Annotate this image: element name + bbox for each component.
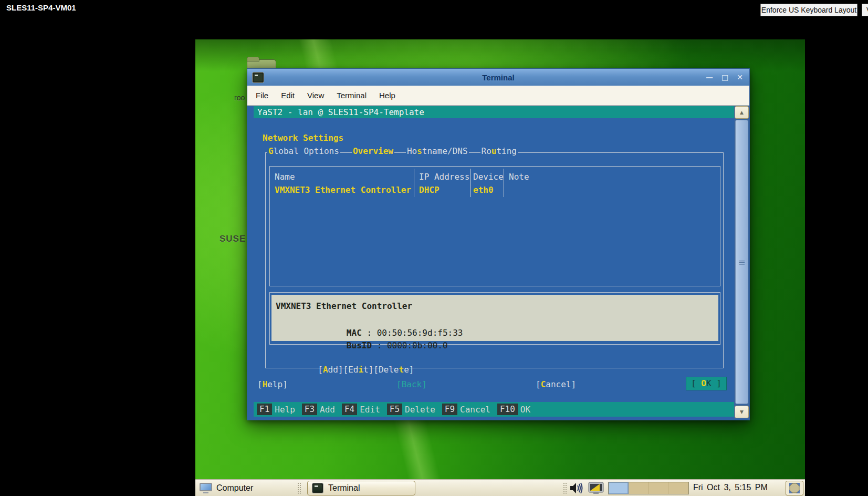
col-header-note: Note — [509, 171, 529, 183]
cell-name: VMXNET3 Ethernet Controller — [275, 184, 411, 197]
ok-button[interactable]: [ OK ] — [686, 377, 727, 390]
vm-console-screen: SLES11-SP4-VM01 Enforce US Keyboard Layo… — [0, 0, 868, 496]
add-button[interactable]: [Add] — [318, 365, 343, 375]
terminal-window-icon — [252, 72, 264, 83]
terminal-scrollbar: ▲ ≡ ▼ — [734, 106, 749, 419]
cell-ip: DHCP — [419, 184, 440, 197]
cell-device: eth0 — [473, 184, 494, 197]
table-action-buttons: [Add][Edit][Delete] — [267, 351, 414, 364]
detail-busid: BusID : 0000:0b:00.0 — [276, 327, 448, 339]
terminal-task-label: Terminal — [328, 483, 360, 493]
col-header-ip: IP Address — [419, 171, 469, 183]
yast-screen-title: YaST2 - lan @ SLES11-SP4-Template — [254, 106, 734, 118]
fkey-edit: F4Edit — [342, 404, 380, 415]
fkey-help: F1Help — [257, 404, 295, 415]
taskbar: Computer Terminal — [195, 479, 805, 496]
menu-help[interactable]: Help — [379, 91, 395, 100]
desktop-folder-label: roo — [234, 94, 245, 102]
terminal-window: Terminal — □ ✕ File Edit View Terminal H… — [247, 68, 750, 420]
scroll-up-button[interactable]: ▲ — [735, 106, 749, 119]
function-key-bar: F1Help F3Add F4Edit F5Delete F9Cancel F1… — [254, 402, 734, 417]
enforce-keyboard-button[interactable]: Enforce US Keyboard Layout — [760, 4, 857, 16]
terminal-content: YaST2 - lan @ SLES11-SP4-Template Networ… — [247, 106, 749, 420]
terminal-icon — [312, 483, 323, 493]
volume-icon[interactable] — [569, 481, 584, 495]
terminal-task-button[interactable]: Terminal — [307, 481, 415, 495]
tab-overview[interactable]: Overview — [352, 145, 394, 158]
taskbar-separator — [563, 482, 568, 494]
fkey-cancel: F9Cancel — [442, 404, 490, 415]
delete-button[interactable]: [Delete] — [373, 365, 414, 375]
page-title: Network Settings — [263, 132, 343, 144]
menu-edit[interactable]: Edit — [281, 91, 295, 100]
device-details-panel: VMXNET3 Ethernet Controller MAC : 00:50:… — [269, 292, 720, 345]
window-title: Terminal — [247, 73, 749, 82]
yast-tabs: Global Options Overview Hostname/DNS Rou… — [267, 145, 518, 158]
workspace-cell-active[interactable] — [609, 482, 629, 494]
menu-terminal[interactable]: Terminal — [337, 91, 367, 100]
taskbar-separator — [297, 482, 302, 494]
tab-global-options[interactable]: Global Options — [267, 145, 340, 158]
show-desktop-icon — [788, 482, 801, 494]
computer-label: Computer — [216, 483, 253, 493]
detail-title: VMXNET3 Ethernet Controller — [276, 300, 412, 313]
workspace-cell[interactable] — [668, 482, 688, 494]
workspace-cell[interactable] — [649, 482, 668, 494]
device-details-text: VMXNET3 Ethernet Controller MAC : 00:50:… — [271, 295, 718, 341]
menu-file[interactable]: File — [256, 91, 268, 100]
window-titlebar[interactable]: Terminal — □ ✕ — [247, 69, 749, 86]
tab-hostname-dns[interactable]: Hostname/DNS — [406, 145, 469, 158]
taskbar-clock[interactable]: Fri Oct 3, 5:15 PM — [693, 483, 768, 492]
fkey-ok: F10OK — [497, 404, 530, 415]
detail-mac: MAC : 00:50:56:9d:f5:33 — [276, 314, 463, 327]
fkey-add: F3Add — [302, 404, 335, 415]
workspace-switcher — [608, 482, 689, 494]
menu-bar: File Edit View Terminal Help — [247, 86, 749, 106]
fkey-delete: F5Delete — [387, 404, 435, 415]
scrollbar-thumb[interactable]: ≡ — [735, 120, 748, 404]
scroll-down-button[interactable]: ▼ — [735, 406, 749, 418]
minimize-button[interactable]: — — [706, 74, 713, 81]
show-desktop-button[interactable] — [786, 481, 803, 495]
maximize-button[interactable]: □ — [721, 74, 728, 81]
col-header-name: Name — [275, 171, 295, 183]
clipped-console-button[interactable]: V — [862, 4, 868, 16]
edit-button[interactable]: [Edit] — [343, 365, 374, 375]
yast-screen: YaST2 - lan @ SLES11-SP4-Template Networ… — [254, 106, 734, 420]
table-header-row: Name IP Address Device Note — [270, 171, 720, 183]
scrollbar-grip-icon: ≡ — [738, 257, 745, 267]
table-row-vmxnet3[interactable]: VMXNET3 Ethernet Controller DHCP eth0 — [270, 184, 720, 197]
display-settings-icon[interactable] — [588, 481, 605, 495]
help-button[interactable]: [Help] — [257, 378, 288, 391]
suse-wallpaper-text: SUSE — [219, 234, 246, 244]
computer-icon — [200, 483, 212, 493]
tab-routing[interactable]: Routing — [480, 145, 518, 158]
close-button[interactable]: ✕ — [737, 74, 743, 81]
menu-view[interactable]: View — [307, 91, 324, 100]
cancel-button[interactable]: [Cancel] — [536, 378, 576, 391]
vm-name-label: SLES11-SP4-VM01 — [6, 3, 76, 12]
workspace-cell[interactable] — [629, 482, 649, 494]
computer-menu-button[interactable]: Computer — [200, 481, 253, 495]
col-header-device: Device — [473, 171, 504, 183]
back-button[interactable]: [Back] — [396, 378, 427, 391]
interfaces-table: Name IP Address Device Note VMXNET3 Ethe… — [269, 166, 720, 286]
